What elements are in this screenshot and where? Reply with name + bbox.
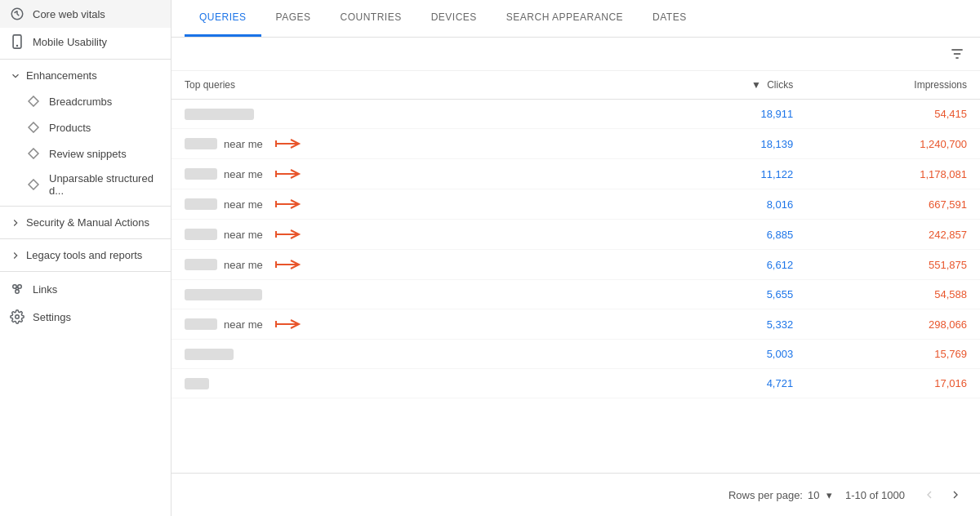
svg-point-8	[18, 285, 22, 289]
query-cell: near me	[172, 189, 657, 220]
diamond-icon	[26, 120, 41, 135]
query-cell	[172, 280, 657, 309]
sidebar-item-label: Links	[33, 283, 57, 296]
sidebar-item-core-web-vitals[interactable]: Core web vitals	[0, 0, 171, 28]
query-cell: near me	[172, 129, 657, 159]
clicks-value: 6,885	[657, 220, 806, 250]
diamond-icon	[26, 146, 41, 161]
arrow-icon	[274, 137, 304, 150]
impressions-value: 551,875	[806, 250, 980, 280]
filter-row	[172, 38, 980, 71]
table-row: 4,72117,016	[172, 369, 980, 398]
tab-search-appearance[interactable]: SEARCH APPEARANCE	[492, 0, 638, 37]
impressions-value: 667,591	[806, 189, 980, 220]
chevron-right-icon	[10, 217, 21, 229]
tab-devices[interactable]: DEVICES	[416, 0, 492, 37]
section-label: Security & Manual Actions	[26, 216, 149, 229]
table-row: near me 18,1391,240,700	[172, 129, 980, 159]
table-row: near me 8,016667,591	[172, 189, 980, 220]
arrow-icon	[274, 167, 304, 180]
chevron-right-icon	[10, 250, 21, 261]
impressions-value: 242,857	[806, 220, 980, 250]
col-header-clicks[interactable]: ▼ Clicks	[657, 71, 806, 100]
svg-point-9	[16, 290, 20, 294]
svg-line-12	[18, 288, 19, 290]
phone-icon	[10, 34, 24, 49]
clicks-value: 18,139	[657, 129, 806, 159]
sidebar-item-label: Settings	[33, 311, 71, 323]
table-row: near me 11,1221,178,081	[172, 159, 980, 189]
near-me-text: near me	[224, 259, 263, 271]
diamond-icon	[26, 94, 41, 109]
impressions-value: 15,769	[806, 340, 980, 369]
col-header-impressions[interactable]: Impressions	[806, 71, 980, 100]
sidebar-item-label: Mobile Usability	[33, 36, 107, 48]
svg-marker-4	[29, 122, 38, 132]
dropdown-icon: ▾	[826, 489, 832, 501]
tab-pages[interactable]: PAGES	[261, 0, 326, 37]
impressions-value: 54,415	[806, 100, 980, 129]
impressions-value: 1,240,700	[806, 129, 980, 159]
clicks-value: 11,122	[657, 159, 806, 189]
query-cell	[172, 340, 657, 369]
filter-button[interactable]	[947, 44, 967, 64]
divider	[0, 271, 171, 272]
pagination-range: 1-10 of 1000	[845, 489, 905, 501]
placeholder-bar	[185, 318, 217, 330]
sidebar-section-security[interactable]: Security & Manual Actions	[0, 210, 171, 235]
tab-queries[interactable]: QUERIES	[185, 0, 261, 37]
pagination-nav	[918, 483, 967, 506]
sidebar-section-legacy[interactable]: Legacy tools and reports	[0, 242, 171, 268]
near-me-text: near me	[224, 229, 263, 241]
sidebar-item-products[interactable]: Products	[0, 114, 171, 140]
placeholder-bar	[185, 138, 217, 149]
sort-down-icon: ▼	[751, 79, 761, 91]
clicks-value: 18,911	[657, 100, 806, 129]
query-cell: near me	[172, 220, 657, 250]
arrow-icon	[274, 228, 304, 241]
placeholder-bar	[185, 349, 234, 360]
sidebar-section-enhancements[interactable]: Enhancements	[0, 63, 171, 88]
placeholder-bar	[185, 168, 217, 180]
svg-point-13	[16, 315, 20, 319]
main-content: QUERIES PAGES COUNTRIES DEVICES SEARCH A…	[172, 0, 980, 516]
rows-per-page-label: Rows per page:	[728, 489, 803, 501]
next-page-button[interactable]	[944, 483, 967, 506]
arrow-icon	[274, 258, 304, 271]
placeholder-bar	[185, 378, 209, 389]
impressions-value: 1,178,081	[806, 159, 980, 189]
near-me-text: near me	[224, 168, 263, 180]
tab-dates[interactable]: DATES	[638, 0, 702, 37]
sidebar-item-label: Products	[49, 122, 91, 134]
query-cell	[172, 369, 657, 398]
col-header-query: Top queries	[172, 71, 657, 100]
divider	[0, 206, 171, 207]
sidebar-item-links[interactable]: Links	[0, 275, 171, 303]
sidebar-item-review-snippets[interactable]: Review snippets	[0, 140, 171, 167]
near-me-text: near me	[224, 198, 263, 211]
impressions-value: 298,066	[806, 309, 980, 340]
diamond-icon	[26, 177, 41, 192]
table-area: Top queries ▼ Clicks Impressions 18,9115…	[172, 38, 980, 473]
table-row: 18,91154,415	[172, 100, 980, 129]
pagination: Rows per page: 10 25 50 ▾ 1-10 of 1000	[172, 473, 980, 516]
data-table: Top queries ▼ Clicks Impressions 18,9115…	[172, 71, 980, 398]
sidebar-item-settings[interactable]: Settings	[0, 303, 171, 331]
prev-page-button[interactable]	[918, 483, 941, 506]
sidebar-item-unparsable[interactable]: Unparsable structured d...	[0, 167, 171, 202]
divider	[0, 238, 171, 239]
chevron-down-icon	[10, 70, 21, 82]
sidebar: Core web vitals Mobile Usability Enhance…	[0, 0, 172, 516]
placeholder-bar	[185, 289, 262, 300]
table-row: near me 5,332298,066	[172, 309, 980, 340]
sidebar-item-label: Unparsable structured d...	[49, 172, 161, 197]
sidebar-item-mobile-usability[interactable]: Mobile Usability	[0, 28, 171, 56]
svg-marker-5	[29, 149, 38, 158]
clicks-value: 6,612	[657, 250, 806, 280]
tab-countries[interactable]: COUNTRIES	[325, 0, 416, 37]
near-me-text: near me	[224, 138, 263, 150]
placeholder-bar	[185, 259, 217, 270]
clicks-value: 5,332	[657, 309, 806, 340]
svg-line-11	[16, 288, 16, 290]
sidebar-item-breadcrumbs[interactable]: Breadcrumbs	[0, 88, 171, 114]
